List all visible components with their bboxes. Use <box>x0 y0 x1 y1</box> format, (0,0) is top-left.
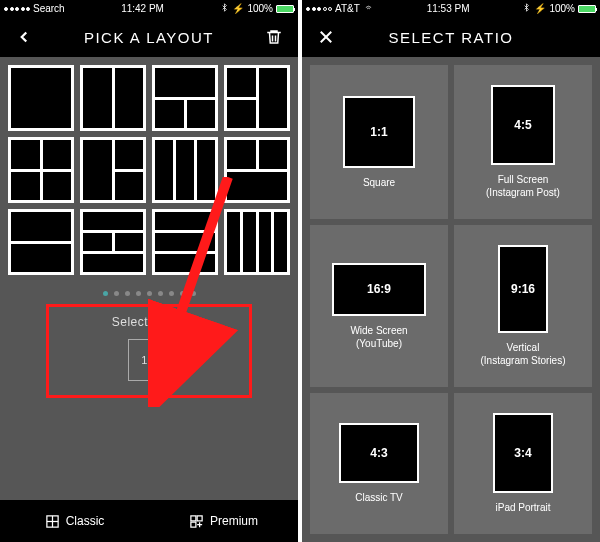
layout-thumb[interactable] <box>224 137 290 203</box>
ratio-box: 4:3 <box>339 423 419 483</box>
layout-thumb[interactable] <box>80 209 146 275</box>
bottom-tabs: Classic Premium <box>0 500 298 542</box>
ratio-name: Vertical(Instagram Stories) <box>480 341 565 367</box>
tab-label: Classic <box>66 514 105 528</box>
ratio-tile-classictv[interactable]: 4:3 Classic TV <box>310 393 448 534</box>
layout-thumb[interactable] <box>152 65 218 131</box>
phone-right: AT&T 11:53 PM ⚡ 100% SELECT RATIO 1:1 Sq… <box>302 0 600 542</box>
ratio-name: Square <box>363 176 395 189</box>
svg-rect-5 <box>191 515 196 520</box>
wifi-icon <box>363 3 374 14</box>
layout-content: Select Ratio: 1:1 <box>0 57 298 500</box>
ratio-name: Wide Screen(YouTube) <box>350 324 407 350</box>
layout-grid <box>0 57 298 275</box>
search-label: Search <box>33 3 65 14</box>
battery-icon <box>276 5 294 13</box>
layout-thumb[interactable] <box>8 65 74 131</box>
tab-classic[interactable]: Classic <box>0 500 149 542</box>
signal-dots-icon <box>306 7 332 11</box>
layout-thumb[interactable] <box>8 209 74 275</box>
svg-rect-7 <box>191 522 196 527</box>
tab-premium[interactable]: Premium <box>149 500 298 542</box>
signal-dots-icon <box>4 7 30 11</box>
grid-plus-icon <box>189 514 204 529</box>
grid-icon <box>45 514 60 529</box>
bolt-icon: ⚡ <box>534 3 546 14</box>
back-button[interactable] <box>12 25 36 49</box>
bluetooth-icon <box>522 3 531 14</box>
layout-thumb[interactable] <box>80 65 146 131</box>
ratio-box: 3:4 <box>493 413 553 493</box>
page-title: SELECT RATIO <box>389 29 514 46</box>
ratio-name: iPad Portrait <box>495 501 550 514</box>
select-ratio-label: Select Ratio: <box>59 315 239 329</box>
header: PICK A LAYOUT <box>0 17 298 57</box>
bolt-icon: ⚡ <box>232 3 244 14</box>
status-time: 11:53 PM <box>427 3 470 14</box>
ratio-tile-vertical[interactable]: 9:16 Vertical(Instagram Stories) <box>454 225 592 387</box>
battery-pct: 100% <box>247 3 273 14</box>
battery-icon <box>578 5 596 13</box>
ratio-box: 4:5 <box>491 85 555 165</box>
status-bar: Search 11:42 PM ⚡ 100% <box>0 0 298 17</box>
ratio-grid: 1:1 Square 4:5 Full Screen(Instagram Pos… <box>302 57 600 542</box>
ratio-name: Full Screen(Instagram Post) <box>486 173 560 199</box>
svg-rect-6 <box>197 515 202 520</box>
layout-thumb[interactable] <box>224 209 290 275</box>
ratio-box: 16:9 <box>332 263 426 316</box>
trash-button[interactable] <box>262 25 286 49</box>
ratio-box: 1:1 <box>343 96 415 168</box>
tab-label: Premium <box>210 514 258 528</box>
carrier-label: AT&T <box>335 3 360 14</box>
page-indicator <box>0 291 298 296</box>
status-bar: AT&T 11:53 PM ⚡ 100% <box>302 0 600 17</box>
ratio-chip[interactable]: 1:1 <box>128 339 170 381</box>
header: SELECT RATIO <box>302 17 600 57</box>
close-button[interactable] <box>314 25 338 49</box>
page-title: PICK A LAYOUT <box>84 29 214 46</box>
phone-left: Search 11:42 PM ⚡ 100% PICK A LAYOUT <box>0 0 298 542</box>
ratio-box: 9:16 <box>498 245 548 333</box>
layout-thumb[interactable] <box>224 65 290 131</box>
status-time: 11:42 PM <box>121 3 164 14</box>
bluetooth-icon <box>220 3 229 14</box>
ratio-name: Classic TV <box>355 491 403 504</box>
battery-pct: 100% <box>549 3 575 14</box>
ratio-tile-square[interactable]: 1:1 Square <box>310 65 448 219</box>
ratio-tile-ipadportrait[interactable]: 3:4 iPad Portrait <box>454 393 592 534</box>
ratio-tile-widescreen[interactable]: 16:9 Wide Screen(YouTube) <box>310 225 448 387</box>
layout-thumb[interactable] <box>152 137 218 203</box>
ratio-tile-fullscreen[interactable]: 4:5 Full Screen(Instagram Post) <box>454 65 592 219</box>
layout-thumb[interactable] <box>80 137 146 203</box>
ratio-content: 1:1 Square 4:5 Full Screen(Instagram Pos… <box>302 57 600 542</box>
select-ratio-section[interactable]: Select Ratio: 1:1 <box>46 304 252 398</box>
layout-thumb[interactable] <box>152 209 218 275</box>
layout-thumb[interactable] <box>8 137 74 203</box>
